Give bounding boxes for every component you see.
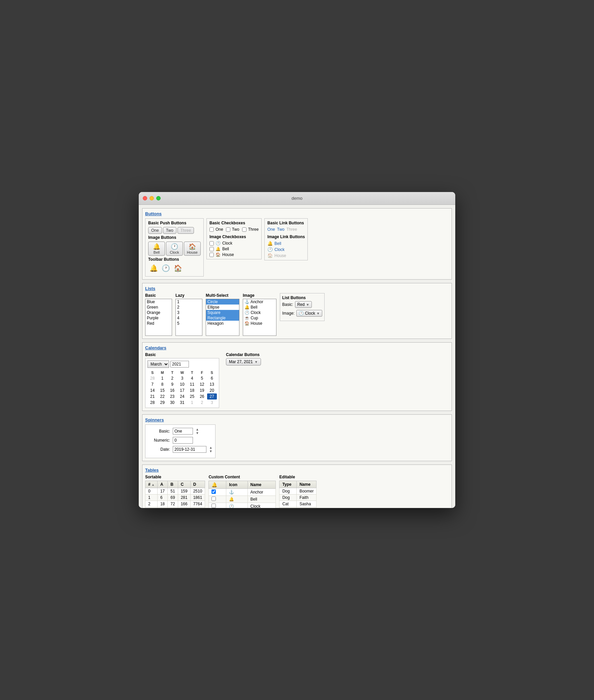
th-hash[interactable]: # ▲ xyxy=(145,481,158,488)
cal-day[interactable]: 5 xyxy=(197,375,207,381)
cell-cb[interactable] xyxy=(209,496,226,503)
cal-day-selected[interactable]: 27 xyxy=(207,393,217,400)
cal-day[interactable]: 6 xyxy=(207,375,217,381)
cal-day[interactable]: 2 xyxy=(167,375,177,381)
list-item[interactable]: 🔔 Bell xyxy=(243,305,276,310)
cb-two[interactable]: Two xyxy=(226,227,239,232)
cal-day[interactable]: 2 xyxy=(197,400,207,406)
cb-one[interactable]: One xyxy=(209,227,223,232)
cal-day[interactable]: 3 xyxy=(207,400,217,406)
cal-day[interactable]: 7 xyxy=(147,381,157,387)
cal-day[interactable]: 19 xyxy=(197,387,207,393)
basic-list-box[interactable]: Blue Green Orange Purple Red xyxy=(145,299,172,336)
img-cb-clock[interactable]: 🕐 Clock xyxy=(209,241,259,246)
cal-day[interactable]: 28 xyxy=(147,375,157,381)
img-cb-house-input[interactable] xyxy=(209,253,214,257)
cell-name[interactable]: Goliath xyxy=(297,507,317,508)
image-btn-bell[interactable]: 🔔 Bell xyxy=(148,242,165,256)
push-btn-two[interactable]: Two xyxy=(163,227,176,234)
cal-day[interactable]: 1 xyxy=(157,375,167,381)
cal-day[interactable]: 13 xyxy=(207,381,217,387)
img-link-clock-btn[interactable]: Clock xyxy=(274,247,285,252)
image-btn-clock[interactable]: 🕐 Clock xyxy=(166,242,183,256)
link-btn-two[interactable]: Two xyxy=(277,227,285,232)
list-item[interactable]: 3 xyxy=(176,310,202,315)
list-item[interactable]: ⚓ Anchor xyxy=(243,299,276,305)
th-a[interactable]: A xyxy=(157,481,167,488)
img-cb-bell-input[interactable] xyxy=(209,247,214,251)
th-icon-col[interactable]: 🔔 xyxy=(209,481,226,489)
cell-cb[interactable] xyxy=(209,489,226,496)
list-item[interactable]: Orange xyxy=(145,310,172,315)
cell-name[interactable]: Faith xyxy=(297,495,317,501)
cal-day[interactable]: 11 xyxy=(187,381,197,387)
cal-day[interactable]: 20 xyxy=(207,387,217,393)
th-b[interactable]: B xyxy=(168,481,178,488)
cell-name[interactable]: Boomer xyxy=(297,488,317,495)
list-item[interactable]: 2 xyxy=(176,305,202,310)
list-item[interactable]: Green xyxy=(145,305,172,310)
list-item[interactable]: Square xyxy=(206,310,239,315)
th-type[interactable]: Type xyxy=(279,481,297,488)
row-checkbox[interactable] xyxy=(211,497,216,501)
list-item[interactable]: 4 xyxy=(176,315,202,321)
cell-type[interactable]: Dog xyxy=(279,488,297,495)
multiselect-list-box[interactable]: Circle Ellipse Square Rectangle Hexagon xyxy=(206,299,239,336)
cal-day[interactable]: 30 xyxy=(167,400,177,406)
list-item[interactable]: 🕐 Clock xyxy=(243,310,276,315)
cal-day[interactable]: 31 xyxy=(177,400,187,406)
list-item[interactable]: Red xyxy=(145,321,172,326)
list-item[interactable]: Ellipse xyxy=(206,305,239,310)
push-btn-three[interactable]: Three xyxy=(177,227,194,234)
cal-month-select[interactable]: March xyxy=(147,360,169,368)
cal-day[interactable]: 12 xyxy=(197,381,207,387)
img-cb-clock-input[interactable] xyxy=(209,241,214,246)
cell-name[interactable]: Sasha xyxy=(297,501,317,507)
cal-day[interactable]: 29 xyxy=(157,400,167,406)
cal-day[interactable]: 10 xyxy=(177,381,187,387)
toolbar-btn-bell[interactable]: 🔔 xyxy=(148,263,159,273)
row-checkbox[interactable] xyxy=(211,504,216,508)
sortable-table-scroll[interactable]: # ▲ A B C D 0 17 xyxy=(145,481,205,508)
th-c[interactable]: C xyxy=(178,481,190,488)
cal-day[interactable]: 23 xyxy=(167,393,177,400)
cal-day[interactable]: 3 xyxy=(177,375,187,381)
cal-day[interactable]: 1 xyxy=(187,400,197,406)
list-item[interactable]: Circle xyxy=(206,299,239,305)
spinner-basic-arrows[interactable]: ▲▼ xyxy=(196,427,199,435)
list-item[interactable]: 1 xyxy=(176,299,202,305)
cb-three[interactable]: Three xyxy=(242,227,259,232)
th-name-header[interactable]: Name xyxy=(248,481,276,489)
img-link-bell-btn[interactable]: Bell xyxy=(274,241,281,246)
lb-basic-select[interactable]: Red ▼ xyxy=(295,301,312,308)
cal-day[interactable]: 18 xyxy=(187,387,197,393)
cell-type[interactable]: Snake xyxy=(279,507,297,508)
image-list-box[interactable]: ⚓ Anchor 🔔 Bell 🕐 Clock ☕ Cup 🏠 House xyxy=(243,299,276,336)
list-item[interactable]: Hexagon xyxy=(206,321,239,326)
cell-type[interactable]: Cat xyxy=(279,501,297,507)
push-btn-one[interactable]: One xyxy=(148,227,162,234)
th-name[interactable]: Name xyxy=(297,481,317,488)
list-item[interactable]: Purple xyxy=(145,315,172,321)
row-checkbox[interactable] xyxy=(211,489,216,494)
cal-day[interactable]: 21 xyxy=(147,393,157,400)
spinner-date-arrows[interactable]: ▲▼ xyxy=(209,446,212,453)
minimize-button[interactable] xyxy=(150,196,154,200)
toolbar-btn-house[interactable]: 🏠 xyxy=(172,263,184,273)
content-area[interactable]: Buttons Basic Push Buttons One Two Three… xyxy=(139,205,455,508)
cell-cb[interactable] xyxy=(209,503,226,508)
cb-two-input[interactable] xyxy=(226,227,230,232)
cal-day[interactable]: 28 xyxy=(147,400,157,406)
maximize-button[interactable] xyxy=(156,196,161,200)
close-button[interactable] xyxy=(143,196,147,200)
toolbar-btn-clock[interactable]: 🕐 xyxy=(160,263,171,273)
th-icon-header[interactable]: Icon xyxy=(226,481,248,489)
cal-day[interactable]: 15 xyxy=(157,387,167,393)
cal-date-dropdown[interactable]: Mar 27, 2021 ▼ xyxy=(226,358,261,365)
img-cb-house[interactable]: 🏠 House xyxy=(209,252,259,257)
cal-day[interactable]: 8 xyxy=(157,381,167,387)
list-item[interactable]: Rectangle xyxy=(206,315,239,321)
cal-year-input[interactable] xyxy=(170,361,189,368)
cal-day[interactable]: 9 xyxy=(167,381,177,387)
lb-image-select[interactable]: 🕐 Clock ▼ xyxy=(296,310,322,317)
